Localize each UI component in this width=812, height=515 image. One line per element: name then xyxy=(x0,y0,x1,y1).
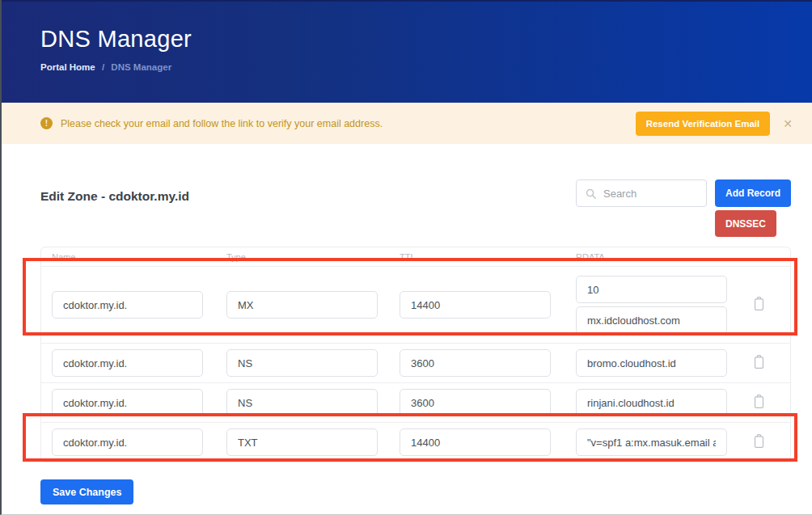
table-row-txt xyxy=(41,422,790,462)
record-type-input[interactable] xyxy=(226,349,378,377)
trash-icon xyxy=(752,394,766,409)
delete-record-button[interactable] xyxy=(751,392,768,413)
main-content: Edit Zone - cdoktor.my.id Add Record DNS… xyxy=(2,144,812,504)
record-name-input[interactable] xyxy=(52,389,203,416)
column-header-ttl: TTL xyxy=(400,252,576,262)
table-row-ns-1 xyxy=(41,343,790,382)
record-rdata-input[interactable] xyxy=(576,349,727,377)
delete-record-button[interactable] xyxy=(751,294,768,315)
breadcrumb-current: DNS Manager xyxy=(111,62,171,72)
close-icon[interactable]: ✕ xyxy=(783,118,793,129)
record-name-input[interactable] xyxy=(52,291,203,319)
record-name-input[interactable] xyxy=(52,349,203,377)
record-type-input[interactable] xyxy=(226,428,378,456)
toolbar-actions: Add Record DNSSEC xyxy=(576,179,791,237)
page-header: DNS Manager Portal Home / DNS Manager xyxy=(2,0,812,103)
record-rdata-host-input[interactable] xyxy=(576,306,727,334)
dns-records-table: Name Type TTL RDATA xyxy=(40,247,791,462)
record-rdata-input[interactable] xyxy=(576,428,727,456)
search-icon xyxy=(585,188,597,200)
page-title: DNS Manager xyxy=(40,26,812,53)
record-rdata-input[interactable] xyxy=(576,389,727,416)
search-input[interactable] xyxy=(603,188,698,200)
trash-icon xyxy=(752,433,766,449)
delete-record-button[interactable] xyxy=(751,432,768,453)
table-row-ns-2 xyxy=(41,382,790,422)
column-header-name: Name xyxy=(52,252,226,262)
column-header-rdata: RDATA xyxy=(576,252,738,262)
table-row-mx xyxy=(41,266,790,343)
table-header-row: Name Type TTL RDATA xyxy=(41,247,790,266)
add-record-button[interactable]: Add Record xyxy=(715,179,791,207)
column-header-type: Type xyxy=(226,252,400,262)
dnssec-button[interactable]: DNSSEC xyxy=(715,210,776,237)
record-rdata-priority-input[interactable] xyxy=(576,276,727,303)
exclamation-circle-icon: ! xyxy=(40,117,53,129)
breadcrumb-portal-home[interactable]: Portal Home xyxy=(40,62,95,72)
breadcrumb-separator: / xyxy=(102,62,104,72)
record-ttl-input[interactable] xyxy=(400,428,551,456)
delete-record-button[interactable] xyxy=(751,352,768,374)
email-verification-alert: ! Please check your email and follow the… xyxy=(2,103,812,144)
record-type-input[interactable] xyxy=(226,389,378,416)
record-ttl-input[interactable] xyxy=(400,291,551,319)
record-name-input[interactable] xyxy=(52,428,203,456)
zone-toolbar: Edit Zone - cdoktor.my.id Add Record DNS… xyxy=(40,179,791,238)
record-ttl-input[interactable] xyxy=(400,349,551,377)
trash-icon xyxy=(752,296,766,311)
record-type-input[interactable] xyxy=(226,291,378,319)
trash-icon xyxy=(752,354,766,369)
record-ttl-input[interactable] xyxy=(400,389,551,416)
record-action-buttons: Add Record DNSSEC xyxy=(715,179,791,237)
resend-verification-email-button[interactable]: Resend Verification Email xyxy=(636,112,771,136)
search-input-wrapper xyxy=(576,179,707,207)
alert-message: Please check your email and follow the l… xyxy=(61,118,636,129)
edit-zone-heading: Edit Zone - cdoktor.my.id xyxy=(40,189,189,204)
save-changes-button[interactable]: Save Changes xyxy=(40,479,133,504)
breadcrumb: Portal Home / DNS Manager xyxy=(40,62,812,72)
